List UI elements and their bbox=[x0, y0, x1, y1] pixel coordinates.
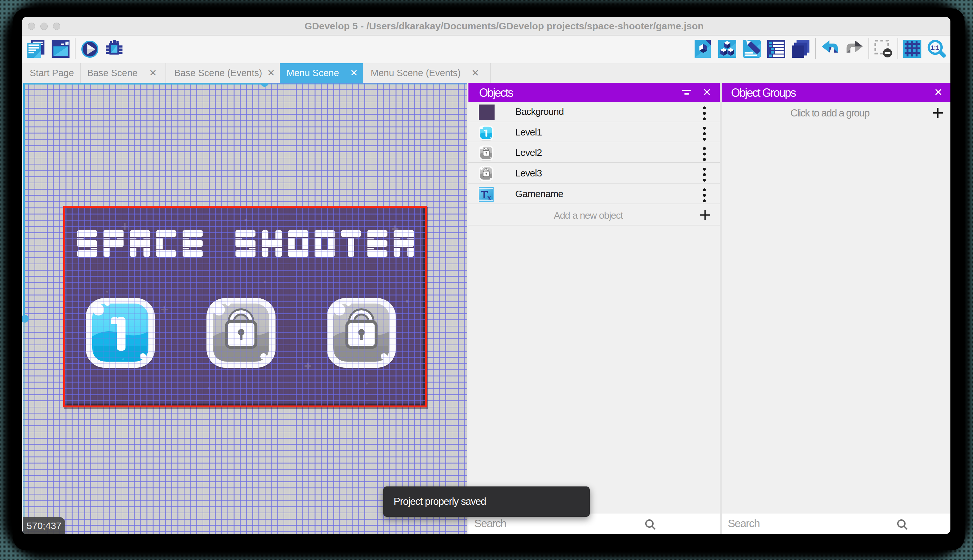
svg-text:x: x bbox=[488, 193, 491, 202]
svg-text:T: T bbox=[481, 188, 488, 201]
svg-text:1:1: 1:1 bbox=[930, 44, 939, 51]
